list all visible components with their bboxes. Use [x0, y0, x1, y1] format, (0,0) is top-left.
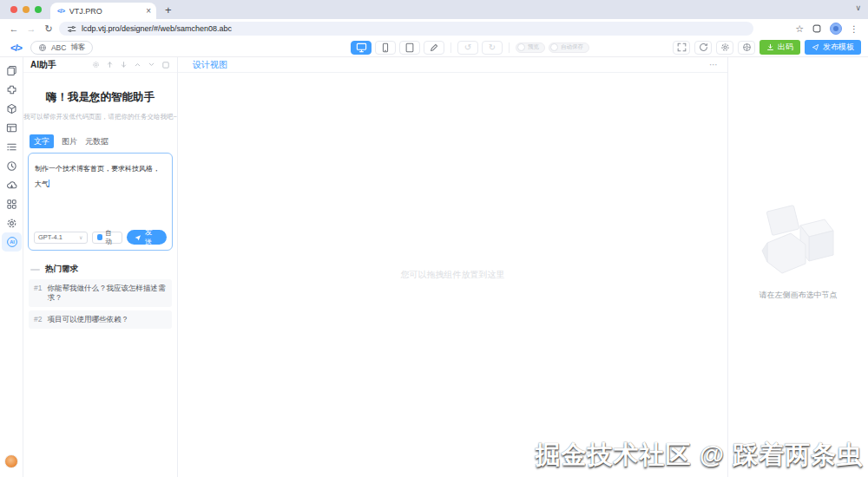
publish-button[interactable]: 发布模板: [805, 40, 861, 55]
gen-code-button[interactable]: 出码: [760, 40, 800, 55]
panel-window-icon[interactable]: [161, 61, 170, 69]
refresh-button[interactable]: [694, 41, 712, 55]
reload-icon[interactable]: ↻: [42, 23, 56, 35]
browser-menu-icon[interactable]: ⋮: [850, 24, 859, 34]
sidebar-item-components[interactable]: [0, 99, 23, 118]
send-button[interactable]: 发送: [127, 230, 167, 245]
toggle-knob: [517, 43, 525, 51]
scroll-up-icon[interactable]: [106, 61, 114, 69]
publish-label: 发布模板: [823, 42, 854, 53]
pages-icon: [6, 65, 17, 76]
chevron-up-icon[interactable]: [134, 61, 141, 69]
outline-icon: [6, 141, 17, 153]
auto-mode-button[interactable]: 自动: [92, 232, 123, 244]
plugin-button[interactable]: [738, 41, 755, 55]
chevron-down-icon[interactable]: [148, 61, 155, 69]
pencil-icon: [429, 42, 439, 53]
toolbar-divider: [509, 42, 510, 53]
sidebar-item-settings[interactable]: [0, 213, 23, 232]
sidebar-item-dependencies[interactable]: [0, 175, 23, 194]
tablet-icon: [404, 42, 415, 53]
hot-requests-title: 热门需求: [30, 264, 170, 275]
hot-item-index: #2: [34, 315, 42, 324]
new-tab-button[interactable]: +: [156, 3, 181, 19]
project-name: ABC: [51, 43, 66, 52]
browser-tab-strip: </> VTJ.PRO × + ∨: [0, 0, 868, 19]
vtj-logo: </>: [10, 42, 22, 53]
select-chevron-icon: ∨: [79, 234, 82, 240]
sidebar-item-widgets[interactable]: [0, 80, 23, 99]
preview-toggle[interactable]: 预览: [516, 42, 545, 53]
tab-close-icon[interactable]: ×: [146, 6, 151, 16]
browser-tab[interactable]: </> VTJ.PRO ×: [50, 3, 156, 19]
bookmark-star-icon[interactable]: ☆: [795, 23, 804, 35]
sidebar-item-layout[interactable]: [0, 118, 23, 137]
ai-subtitle: 我可以帮你开发低代码页面，请把你的任务交给我吧~: [23, 113, 177, 121]
ai-panel-title: AI助手: [30, 59, 56, 71]
prompt-text: 制作一个技术博客首页，要求科技风格，大气: [35, 165, 160, 188]
sidebar-item-pages[interactable]: [0, 61, 23, 80]
model-select[interactable]: GPT-4.1 ∨: [34, 232, 88, 244]
wheel-icon: [742, 42, 752, 52]
user-avatar[interactable]: [4, 454, 18, 468]
project-pill[interactable]: ABC 博客: [30, 41, 93, 55]
tab-title: VTJ.PRO: [69, 7, 142, 16]
forward-icon[interactable]: →: [24, 23, 38, 34]
components-icon: [6, 103, 17, 114]
site-info-icon[interactable]: [67, 24, 76, 34]
model-select-value: GPT-4.1: [38, 233, 62, 241]
undo-icon: ↺: [464, 42, 471, 52]
tab-design-view[interactable]: 设计视图: [193, 59, 227, 71]
settings-button[interactable]: [716, 41, 733, 55]
fullscreen-button[interactable]: [673, 41, 690, 55]
scroll-down-icon[interactable]: [120, 61, 128, 69]
apps-icon: [6, 199, 17, 210]
ai-settings-icon[interactable]: [92, 61, 100, 69]
draw-mode-button[interactable]: [424, 41, 444, 55]
preview-toggle-label: 预览: [528, 43, 539, 51]
ai-assistant-panel: AI助手 嗨！我是您的智能助手 我可以帮你开发低代码页面，请把你的任务交给我吧~…: [23, 57, 178, 477]
gen-code-label: 出码: [778, 42, 793, 53]
watermark-text: 掘金技术社区 @ 踩着两条虫: [536, 438, 863, 473]
project-page: 博客: [70, 42, 85, 53]
sidebar-item-history[interactable]: [0, 156, 23, 175]
browser-profile-avatar[interactable]: [830, 23, 842, 35]
back-icon[interactable]: ←: [7, 23, 21, 34]
toggle-knob: [550, 43, 558, 51]
window-close-button[interactable]: [10, 6, 17, 13]
site-favicon: </>: [57, 8, 65, 14]
widgets-icon: [6, 84, 17, 95]
history-icon: [6, 160, 17, 172]
canvas-more-icon[interactable]: ⋯: [709, 60, 719, 69]
desktop-icon: [356, 42, 367, 53]
sidebar-item-ai[interactable]: AI: [2, 232, 22, 252]
hot-request-item[interactable]: #2 项目可以使用哪些依赖？: [29, 310, 172, 329]
address-bar[interactable]: lcdp.vtj.pro/designer/#/web/samchen08.ab…: [59, 22, 753, 36]
ai-icon: AI: [6, 236, 18, 248]
hot-item-index: #1: [34, 284, 42, 303]
inspector-panel: 请在左侧画布选中节点: [727, 57, 868, 477]
device-desktop-button[interactable]: [351, 41, 372, 55]
tab-text[interactable]: 文字: [30, 134, 54, 148]
hot-item-text: 项目可以使用哪些依赖？: [47, 315, 128, 324]
redo-button[interactable]: ↻: [482, 41, 503, 55]
design-canvas[interactable]: 您可以拖拽组件放置到这里: [178, 73, 727, 477]
inspector-empty-text: 请在左侧画布选中节点: [760, 290, 838, 301]
undo-button[interactable]: ↺: [457, 41, 478, 55]
tab-list-chevron-icon[interactable]: ∨: [855, 3, 861, 12]
device-phone-button[interactable]: [375, 41, 396, 55]
sidebar-item-outline[interactable]: [0, 137, 23, 156]
tab-metadata[interactable]: 元数据: [85, 136, 108, 147]
sidebar-item-apps[interactable]: [0, 194, 23, 213]
send-label: 发送: [145, 227, 159, 248]
device-tablet-button[interactable]: [399, 41, 420, 55]
canvas-header: 设计视图 ⋯: [178, 57, 727, 73]
tab-image[interactable]: 图片: [62, 136, 77, 147]
browser-panel-icon[interactable]: [812, 23, 822, 34]
url-text: lcdp.vtj.pro/designer/#/web/samchen08.ab…: [82, 24, 232, 33]
window-minimize-button[interactable]: [23, 6, 30, 13]
hot-request-item[interactable]: #1 你能帮我做什么？我应该怎样描述需求？: [29, 279, 172, 307]
prompt-input[interactable]: 制作一个技术博客首页，要求科技风格，大气 GPT-4.1 ∨ 自动 发送: [28, 153, 173, 251]
autosave-toggle[interactable]: 自动保存: [549, 42, 589, 53]
window-zoom-button[interactable]: [35, 6, 42, 13]
